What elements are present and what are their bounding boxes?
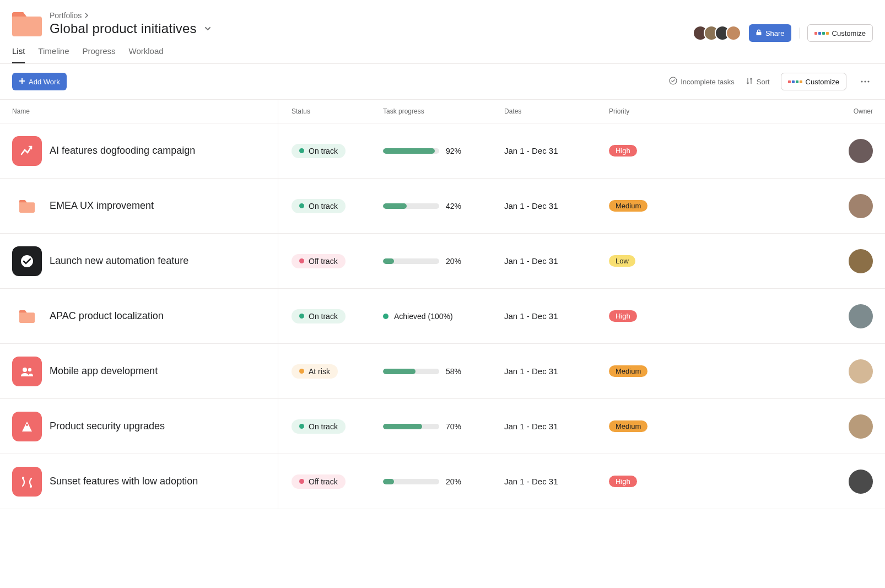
project-name: APAC product localization <box>50 310 164 322</box>
col-status[interactable]: Status <box>278 100 383 123</box>
col-owner[interactable]: Owner <box>697 100 885 123</box>
status-text: On track <box>309 312 338 321</box>
progress: 58% <box>383 367 461 376</box>
svg-point-6 <box>28 368 31 371</box>
chart-icon <box>12 136 42 166</box>
users-icon <box>12 357 42 386</box>
status-badge[interactable]: On track <box>292 144 346 158</box>
divider <box>799 28 800 39</box>
progress: 70% <box>383 422 461 431</box>
progress-percent: 20% <box>446 477 461 486</box>
project-name: Launch new automation feature <box>50 255 188 267</box>
header-actions: Share Customize <box>693 24 873 42</box>
owner-avatar[interactable] <box>849 359 873 384</box>
status-text: On track <box>309 147 338 155</box>
progress-percent: 92% <box>446 147 461 155</box>
progress-fill <box>383 479 394 484</box>
tab-list[interactable]: List <box>12 46 25 63</box>
customize-label: Customize <box>832 29 866 37</box>
status-dot <box>299 369 304 374</box>
customize-label: Customize <box>806 78 839 86</box>
sunset-icon <box>12 467 42 497</box>
progress-fill <box>383 424 422 429</box>
project-name: Product security upgrades <box>50 420 165 432</box>
sort-button[interactable]: Sort <box>746 77 770 87</box>
owner-avatar[interactable] <box>849 304 873 328</box>
table-row[interactable]: Product security upgradesOn track70%Jan … <box>0 399 885 454</box>
status-dot <box>299 258 304 263</box>
status-badge[interactable]: On track <box>292 419 346 434</box>
table-row[interactable]: APAC product localizationOn trackAchieve… <box>0 289 885 344</box>
col-dates[interactable]: Dates <box>504 100 609 123</box>
status-dot <box>299 424 304 429</box>
status-dot <box>299 148 304 153</box>
breadcrumb: Portfolios <box>50 11 873 20</box>
ellipsis-icon <box>861 80 870 83</box>
dates-text: Jan 1 - Dec 31 <box>504 256 558 266</box>
add-work-button[interactable]: Add Work <box>12 73 67 90</box>
achieved-text: Achieved (100%) <box>394 312 453 321</box>
priority-badge[interactable]: High <box>609 145 637 157</box>
progress-bar <box>383 258 439 264</box>
page-title: Global product initiatives <box>50 21 197 36</box>
priority-badge[interactable]: Medium <box>609 365 647 377</box>
owner-avatar[interactable] <box>849 194 873 218</box>
priority-badge[interactable]: Medium <box>609 420 647 432</box>
filter-incomplete[interactable]: Incomplete tasks <box>669 77 735 87</box>
more-button[interactable] <box>857 74 873 89</box>
toolbar-customize-button[interactable]: Customize <box>781 73 846 90</box>
col-name[interactable]: Name <box>0 100 278 123</box>
dates-text: Jan 1 - Dec 31 <box>504 146 558 155</box>
breadcrumb-portfolios[interactable]: Portfolios <box>50 11 82 20</box>
table-row[interactable]: Sunset features with low adoptionOff tra… <box>0 454 885 509</box>
priority-badge[interactable]: High <box>609 310 637 322</box>
avatar[interactable] <box>726 25 741 41</box>
member-avatars[interactable] <box>693 25 741 41</box>
status-badge[interactable]: On track <box>292 199 346 213</box>
tab-progress[interactable]: Progress <box>82 46 115 63</box>
folder-icon <box>12 191 42 221</box>
customize-icon <box>814 32 829 35</box>
title-dropdown-caret[interactable] <box>202 23 213 34</box>
toolbar: Add Work Incomplete tasks Sort Customize <box>0 64 885 99</box>
status-badge[interactable]: Off track <box>292 254 346 268</box>
col-priority[interactable]: Priority <box>609 100 697 123</box>
dates-text: Jan 1 - Dec 31 <box>504 201 558 211</box>
filter-label: Incomplete tasks <box>681 78 735 86</box>
col-progress[interactable]: Task progress <box>383 100 504 123</box>
priority-badge[interactable]: Medium <box>609 200 647 212</box>
progress-percent: 20% <box>446 257 461 266</box>
status-text: On track <box>309 202 338 211</box>
owner-avatar[interactable] <box>849 470 873 494</box>
owner-avatar[interactable] <box>849 414 873 439</box>
owner-avatar[interactable] <box>849 249 873 273</box>
dates-text: Jan 1 - Dec 31 <box>504 311 558 321</box>
table-row[interactable]: Mobile app developmentAt risk58%Jan 1 - … <box>0 344 885 399</box>
progress-fill <box>383 148 435 154</box>
customize-button[interactable]: Customize <box>807 24 873 42</box>
project-name: Sunset features with low adoption <box>50 476 198 487</box>
table-body: AI features dogfooding campaignOn track9… <box>0 123 885 509</box>
status-badge[interactable]: Off track <box>292 474 346 489</box>
priority-badge[interactable]: High <box>609 476 637 487</box>
status-badge[interactable]: On track <box>292 309 346 323</box>
status-badge[interactable]: At risk <box>292 364 338 379</box>
owner-avatar[interactable] <box>849 139 873 163</box>
check-icon <box>12 246 42 276</box>
table-row[interactable]: AI features dogfooding campaignOn track9… <box>0 123 885 179</box>
progress-fill <box>383 203 407 209</box>
progress-fill <box>383 369 415 374</box>
progress: 20% <box>383 257 461 266</box>
dates-text: Jan 1 - Dec 31 <box>504 366 558 376</box>
table-row[interactable]: EMEA UX improvementOn track42%Jan 1 - De… <box>0 179 885 234</box>
folder-icon <box>12 301 42 331</box>
sort-label: Sort <box>757 78 770 86</box>
priority-badge[interactable]: Low <box>609 255 635 267</box>
table-row[interactable]: Launch new automation featureOff track20… <box>0 234 885 289</box>
svg-point-3 <box>867 80 869 82</box>
tab-timeline[interactable]: Timeline <box>38 46 69 63</box>
share-button[interactable]: Share <box>749 24 791 42</box>
status-dot <box>299 314 304 319</box>
tab-workload[interactable]: Workload <box>129 46 164 63</box>
sort-icon <box>746 77 753 87</box>
